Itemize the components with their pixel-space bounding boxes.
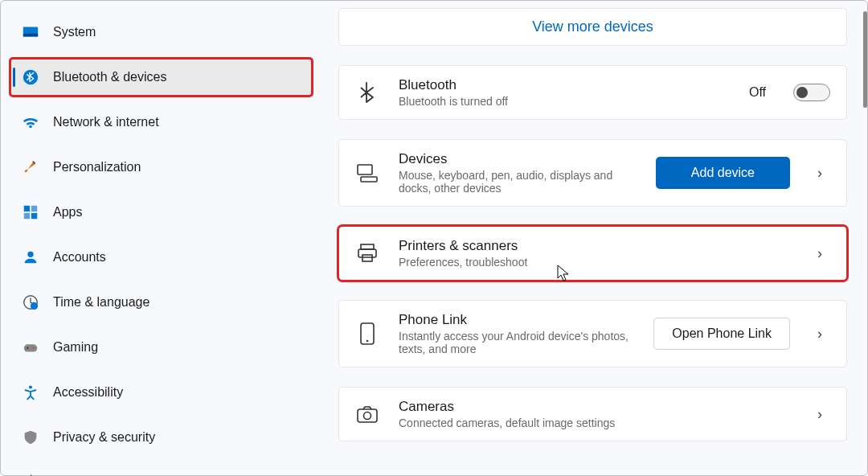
- settings-sidebar: System Bluetooth & devices Network & int…: [0, 0, 317, 476]
- sidebar-item-personalization[interactable]: Personalization: [11, 150, 311, 185]
- phone-link-subtitle: Instantly access your Android device's p…: [399, 330, 634, 355]
- cameras-card[interactable]: Cameras Connected cameras, default image…: [338, 387, 847, 441]
- scrollbar-thumb[interactable]: [863, 11, 867, 108]
- sidebar-item-time-language[interactable]: Time & language: [11, 285, 311, 320]
- svg-rect-16: [361, 177, 377, 182]
- camera-icon: [355, 402, 379, 426]
- svg-point-14: [29, 386, 32, 389]
- settings-main: View more devices Bluetooth Bluetooth is…: [317, 0, 868, 476]
- view-more-devices-link[interactable]: View more devices: [532, 18, 653, 35]
- scrollbar[interactable]: [862, 0, 868, 476]
- devices-card[interactable]: Devices Mouse, keyboard, pen, audio, dis…: [338, 139, 847, 207]
- sidebar-item-label: Accounts: [53, 250, 106, 265]
- sidebar-item-gaming[interactable]: Gaming: [11, 330, 311, 365]
- gamepad-icon: [21, 338, 40, 357]
- bluetooth-state-label: Off: [749, 85, 766, 100]
- view-more-devices-bar[interactable]: View more devices: [338, 8, 847, 46]
- sidebar-item-apps[interactable]: Apps: [11, 195, 311, 230]
- devices-title: Devices: [399, 151, 637, 167]
- svg-point-13: [31, 346, 33, 347]
- paintbrush-icon: [21, 158, 40, 177]
- accessibility-icon: [21, 383, 40, 402]
- svg-rect-4: [31, 206, 37, 211]
- svg-rect-15: [358, 165, 372, 174]
- bluetooth-icon: [21, 68, 40, 87]
- printers-scanners-card[interactable]: Printers & scanners Preferences, trouble…: [338, 226, 847, 281]
- sidebar-item-bluetooth-devices[interactable]: Bluetooth & devices: [11, 60, 311, 95]
- svg-rect-3: [24, 206, 30, 211]
- chevron-right-icon: ›: [809, 245, 830, 262]
- phone-link-card[interactable]: Phone Link Instantly access your Android…: [338, 300, 847, 367]
- svg-point-12: [33, 347, 35, 349]
- chevron-right-icon: ›: [809, 326, 830, 343]
- devices-icon: [355, 161, 379, 185]
- svg-rect-1: [23, 34, 38, 37]
- svg-point-11: [27, 347, 28, 349]
- bluetooth-icon: [355, 80, 379, 105]
- shield-icon: [21, 428, 40, 447]
- svg-rect-19: [362, 255, 372, 261]
- sidebar-item-label: Bluetooth & devices: [53, 70, 166, 84]
- svg-point-7: [27, 252, 33, 257]
- sidebar-item-privacy[interactable]: Privacy & security: [11, 420, 311, 455]
- svg-rect-17: [361, 244, 374, 249]
- phone-link-title: Phone Link: [399, 312, 634, 328]
- svg-point-9: [31, 302, 38, 310]
- apps-icon: [21, 203, 40, 222]
- update-icon: [21, 473, 40, 476]
- svg-rect-22: [358, 409, 377, 422]
- sidebar-item-windows-update[interactable]: Windows Update: [11, 465, 311, 476]
- svg-rect-10: [24, 344, 38, 351]
- svg-rect-6: [31, 213, 37, 219]
- printers-subtitle: Preferences, troubleshoot: [399, 256, 648, 269]
- phone-icon: [355, 322, 379, 346]
- system-icon: [21, 23, 40, 42]
- chevron-right-icon: ›: [809, 406, 830, 423]
- sidebar-item-label: Gaming: [53, 340, 98, 355]
- svg-point-23: [364, 412, 371, 420]
- svg-rect-5: [24, 213, 30, 219]
- open-phone-link-button[interactable]: Open Phone Link: [653, 318, 790, 350]
- sidebar-item-accounts[interactable]: Accounts: [11, 240, 311, 275]
- cameras-title: Cameras: [399, 399, 790, 415]
- bluetooth-title: Bluetooth: [399, 77, 730, 93]
- clock-globe-icon: [21, 293, 40, 312]
- sidebar-item-label: Time & language: [53, 295, 149, 310]
- devices-subtitle: Mouse, keyboard, pen, audio, displays an…: [399, 169, 637, 195]
- bluetooth-toggle[interactable]: [793, 84, 830, 101]
- svg-point-21: [366, 340, 369, 343]
- wifi-icon: [21, 113, 40, 132]
- sidebar-item-system[interactable]: System: [11, 14, 311, 50]
- accounts-icon: [21, 248, 40, 267]
- sidebar-item-label: Personalization: [53, 160, 141, 174]
- printers-title: Printers & scanners: [399, 238, 790, 254]
- sidebar-item-label: System: [53, 25, 96, 39]
- svg-point-2: [23, 70, 38, 84]
- bluetooth-subtitle: Bluetooth is turned off: [399, 95, 648, 108]
- cameras-subtitle: Connected cameras, default image setting…: [399, 416, 648, 429]
- add-device-button[interactable]: Add device: [656, 157, 790, 189]
- sidebar-item-label: Apps: [53, 205, 82, 220]
- svg-rect-18: [358, 249, 376, 257]
- sidebar-item-label: Network & internet: [53, 115, 159, 129]
- sidebar-item-label: Privacy & security: [53, 430, 155, 445]
- sidebar-item-accessibility[interactable]: Accessibility: [11, 375, 311, 410]
- sidebar-item-network[interactable]: Network & internet: [11, 105, 311, 140]
- printer-icon: [355, 241, 379, 265]
- chevron-right-icon: ›: [809, 165, 830, 182]
- sidebar-item-label: Accessibility: [53, 385, 123, 400]
- bluetooth-card[interactable]: Bluetooth Bluetooth is turned off Off: [338, 65, 847, 120]
